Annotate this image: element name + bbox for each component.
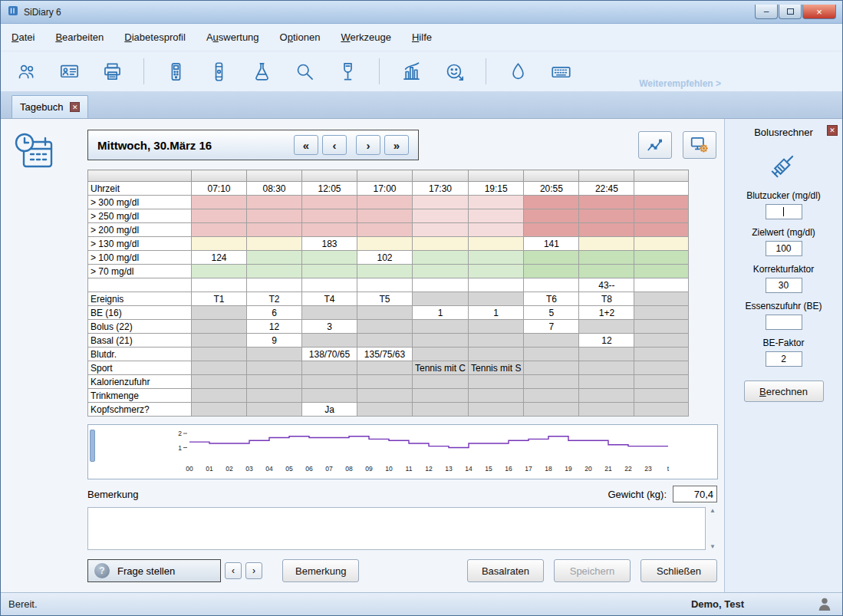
settings-button[interactable]	[683, 131, 716, 159]
diary-cell[interactable]	[192, 320, 247, 334]
diary-cell[interactable]	[579, 209, 634, 223]
bolus-input-1[interactable]	[766, 241, 802, 256]
diary-cell[interactable]	[469, 334, 524, 348]
diary-cell[interactable]	[192, 306, 247, 320]
diary-cell[interactable]	[524, 361, 579, 375]
diary-cell[interactable]	[524, 389, 579, 403]
diary-cell[interactable]	[634, 375, 689, 389]
diary-cell[interactable]	[634, 251, 689, 265]
diary-cell[interactable]: T8	[579, 292, 634, 306]
diary-cell[interactable]: Tennis mit C	[413, 361, 469, 375]
diary-cell[interactable]	[247, 389, 302, 403]
diary-cell[interactable]	[634, 334, 689, 348]
users-button[interactable]	[10, 56, 42, 87]
last-day-button[interactable]: »	[384, 135, 409, 155]
smiley-button[interactable]	[438, 56, 470, 87]
diary-cell[interactable]	[524, 278, 579, 292]
bemerkung-button[interactable]: Bemerkung	[282, 559, 359, 582]
diary-cell[interactable]	[247, 361, 302, 375]
bolus-input-4[interactable]	[766, 351, 802, 367]
diary-cell[interactable]	[469, 209, 524, 223]
minimize-button[interactable]: –	[755, 5, 778, 19]
frage-stellen-button[interactable]: ? Frage stellen	[87, 559, 221, 582]
diary-cell[interactable]	[413, 223, 469, 237]
diary-cell[interactable]	[579, 375, 634, 389]
diary-cell[interactable]	[357, 403, 413, 417]
diary-cell[interactable]	[579, 237, 634, 251]
diary-cell[interactable]	[357, 237, 413, 251]
diary-cell[interactable]: 138/70/65	[302, 348, 357, 361]
diary-cell[interactable]	[247, 403, 302, 417]
diary-cell[interactable]	[469, 251, 524, 265]
diary-cell[interactable]	[579, 251, 634, 265]
diary-cell[interactable]	[634, 209, 689, 223]
diary-cell[interactable]	[357, 196, 413, 209]
diary-cell[interactable]	[579, 320, 634, 334]
diary-cell[interactable]	[192, 389, 247, 403]
diary-cell[interactable]	[247, 375, 302, 389]
diary-cell[interactable]	[469, 292, 524, 306]
diary-cell[interactable]	[302, 223, 357, 237]
diary-cell[interactable]: 183	[302, 237, 357, 251]
diary-cell[interactable]	[634, 265, 689, 278]
bolus-input-3[interactable]	[766, 315, 802, 330]
diary-cell[interactable]	[524, 375, 579, 389]
diary-cell[interactable]	[302, 251, 357, 265]
diary-cell[interactable]	[302, 278, 357, 292]
diary-cell[interactable]	[413, 375, 469, 389]
diary-cell[interactable]: 5	[524, 306, 579, 320]
frage-next-button[interactable]: ›	[245, 562, 262, 579]
berechnen-button[interactable]: Berechnen	[744, 380, 824, 402]
diary-cell[interactable]	[579, 223, 634, 237]
diary-cell[interactable]: T1	[192, 292, 247, 306]
menu-item-auswertung[interactable]: Auswertung	[206, 31, 259, 43]
diary-cell[interactable]	[634, 223, 689, 237]
diary-cell[interactable]	[413, 278, 469, 292]
diary-cell[interactable]	[247, 251, 302, 265]
contacts-button[interactable]	[53, 56, 85, 87]
menu-item-optionen[interactable]: Optionen	[280, 31, 321, 43]
diary-cell[interactable]	[469, 320, 524, 334]
diary-cell[interactable]: 124	[192, 251, 247, 265]
diary-cell[interactable]	[413, 251, 469, 265]
diary-cell[interactable]	[413, 237, 469, 251]
diary-cell[interactable]	[192, 237, 247, 251]
printer-button[interactable]	[96, 56, 128, 87]
tab-tagebuch[interactable]: Tagebuch ✕	[12, 95, 88, 118]
diary-cell[interactable]	[634, 348, 689, 361]
diary-cell[interactable]	[579, 403, 634, 417]
diary-cell[interactable]	[634, 278, 689, 292]
diary-cell[interactable]: T6	[524, 292, 579, 306]
diary-cell[interactable]	[357, 375, 413, 389]
diary-cell[interactable]	[413, 389, 469, 403]
diary-cell[interactable]	[302, 265, 357, 278]
diary-cell[interactable]	[524, 334, 579, 348]
diary-cell[interactable]	[469, 375, 524, 389]
diary-cell[interactable]: 1	[469, 306, 524, 320]
diary-cell[interactable]	[634, 237, 689, 251]
diary-cell[interactable]: 6	[247, 306, 302, 320]
diary-cell[interactable]: 1	[413, 306, 469, 320]
diary-cell[interactable]	[192, 375, 247, 389]
diary-cell[interactable]: 9	[247, 334, 302, 348]
diary-cell[interactable]	[302, 209, 357, 223]
gewicht-input[interactable]	[673, 486, 717, 502]
diary-cell[interactable]	[413, 403, 469, 417]
diary-cell[interactable]	[357, 278, 413, 292]
diary-cell[interactable]	[469, 348, 524, 361]
diary-cell[interactable]	[469, 223, 524, 237]
diary-cell[interactable]	[302, 375, 357, 389]
maximize-button[interactable]	[779, 5, 802, 19]
diary-cell[interactable]: 3	[302, 320, 357, 334]
diary-cell[interactable]	[192, 334, 247, 348]
diary-cell[interactable]	[192, 223, 247, 237]
prev-day-button[interactable]: ‹	[322, 135, 347, 155]
diary-cell[interactable]	[579, 348, 634, 361]
diary-cell[interactable]	[524, 196, 579, 209]
close-button[interactable]: ×	[802, 5, 836, 19]
diary-cell[interactable]: 12	[247, 320, 302, 334]
diary-cell[interactable]	[524, 223, 579, 237]
drop-button[interactable]	[502, 56, 534, 87]
recommend-link[interactable]: Weiterempfehlen >	[639, 78, 721, 89]
diary-cell[interactable]	[634, 361, 689, 375]
